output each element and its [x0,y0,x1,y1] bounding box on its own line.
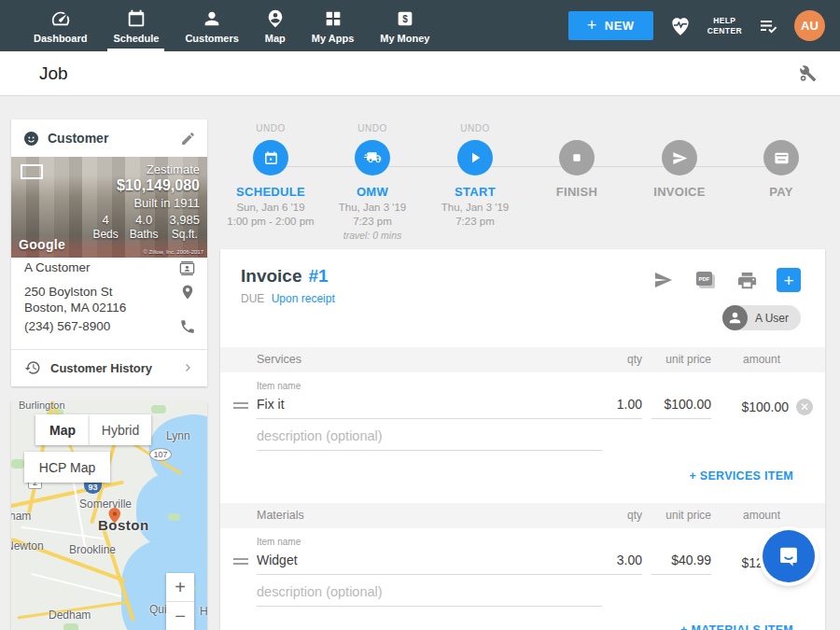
map-label-newton: Newton [11,539,44,553]
nav-schedule[interactable]: Schedule [100,0,172,51]
user-avatar[interactable]: AU [794,10,825,41]
material-qty-input[interactable] [579,553,642,575]
drag-handle-icon[interactable] [233,558,248,567]
phone-icon[interactable] [179,318,196,335]
zestimate-label: Zestimate [92,162,200,176]
amount-column-header: amount [743,353,780,366]
checklist-icon[interactable] [757,15,779,37]
calendar-icon [126,8,147,29]
services-label: Services [257,353,301,366]
undo-omw-button[interactable]: UNDO [357,123,386,137]
svg-text:$: $ [402,14,408,24]
due-label: DUE [241,292,264,305]
nav-my-money[interactable]: $ My Money [367,0,442,51]
map-park [11,459,24,469]
job-workflow: UNDO SCHEDULE Sun, Jan 6 '19 1:00 pm - 2… [220,123,825,243]
hcp-map-button[interactable]: HCP Map [24,452,110,483]
contact-card-icon[interactable] [178,259,196,277]
send-invoice-icon[interactable] [652,269,675,291]
page-header: Job [0,51,840,96]
finish-step-button[interactable] [559,140,595,175]
map-card: Burlington Lynn 107 2 93 Somerville ham … [11,401,207,630]
plus-icon: + [587,16,597,35]
service-unit-price-input[interactable] [651,397,711,419]
invoice-number[interactable]: #1 [308,266,328,287]
map-park [151,405,166,413]
assignee-pill[interactable]: A User [722,305,801,330]
health-heart-icon[interactable] [668,14,693,38]
job-settings-icon[interactable] [797,63,818,84]
nav-schedule-label: Schedule [113,33,159,44]
customer-phone: (234) 567-8900 [24,318,110,335]
hybrid-type-button[interactable]: Hybrid [90,414,151,445]
new-button[interactable]: +NEW [568,11,653,40]
customer-history-link[interactable]: Customer History [24,349,196,386]
service-description-input[interactable] [257,428,602,451]
map-pin-icon [265,8,286,29]
nav-customers-label: Customers [185,33,238,44]
materials-label: Materials [257,509,304,522]
material-item-name-input[interactable] [257,553,602,575]
nav-dashboard[interactable]: Dashboard [21,0,100,51]
assignee-name: A User [755,312,789,325]
undo-start-button[interactable]: UNDO [460,123,489,137]
zoom-out-button[interactable]: − [166,602,194,630]
drag-handle-icon[interactable] [233,402,248,412]
location-pin-icon[interactable] [179,284,196,315]
material-unit-price-input[interactable] [651,553,711,575]
service-item-name-label: Item name [257,381,301,391]
customer-address-row: 250 Boylston St Boston, MA 02116 [24,284,196,315]
due-terms-link[interactable]: Upon receipt [272,292,335,305]
unit-price-column-header: unit price [665,353,711,366]
add-services-item-link[interactable]: + SERVICES ITEM [689,469,793,483]
step-invoice: INVOICE [628,123,731,199]
remove-service-item-button[interactable]: ✕ [796,399,813,415]
material-description-input[interactable] [257,584,602,607]
add-materials-item-link[interactable]: + MATERIALS ITEM [680,623,793,630]
step-schedule: UNDO SCHEDULE Sun, Jan 6 '19 1:00 pm - 2… [219,123,322,227]
invoice-actions: PDF + [652,268,801,292]
property-photo[interactable]: Zestimate $10,149,080 Built in 1911 4Bed… [11,157,207,258]
service-qty-input[interactable] [579,397,642,419]
omw-step-button[interactable] [355,140,390,175]
map-label-boston: Boston [98,517,149,533]
invoice-step-button[interactable] [662,140,697,175]
map-label-hi: Hi [200,605,207,618]
map-type-button[interactable]: Map [35,414,90,445]
photo-copyright: © Zillow, Inc. 2006-2017 [144,249,203,255]
print-icon[interactable] [736,270,758,291]
map-park [168,513,180,521]
nav-customers[interactable]: Customers [172,0,251,51]
nav-dashboard-label: Dashboard [34,33,87,44]
map-label-burlington: Burlington [19,401,65,411]
help-center-link[interactable]: HELP CENTER [707,16,742,35]
qty-column-header: qty [627,509,642,522]
map-label-dedham: Dedham [49,609,91,622]
start-step-button[interactable] [457,140,493,175]
zoom-in-button[interactable]: + [166,573,194,601]
schedule-step-button[interactable] [253,140,288,175]
customer-history-label: Customer History [50,361,172,375]
service-item-name-input[interactable] [257,397,602,419]
nav-my-apps[interactable]: My Apps [299,0,367,51]
property-stats: 4Beds 4.0Baths 3,985Sq.ft. [92,213,200,241]
pdf-icon[interactable]: PDF [693,269,718,291]
add-invoice-item-button[interactable]: + [777,268,801,292]
edit-pencil-icon[interactable] [180,131,196,147]
street-view-icon [21,164,43,179]
assignee-avatar-icon [722,305,748,330]
map-label-somerville: Somerville [79,497,132,511]
zestimate-value: $10,149,080 [92,177,200,194]
svg-text:PDF: PDF [699,276,710,282]
route-107-badge: 107 [149,448,172,461]
customer-face-icon [22,130,40,147]
play-icon [467,149,483,166]
pay-step-button[interactable] [763,140,799,175]
undo-schedule-button[interactable]: UNDO [256,123,285,137]
dashboard-icon [50,8,71,29]
history-clock-icon [24,359,41,376]
map-zoom-controls: + − [166,573,194,630]
nav-my-money-label: My Money [380,33,429,44]
nav-map[interactable]: Map [252,0,299,51]
chat-widget-button[interactable] [763,530,815,582]
